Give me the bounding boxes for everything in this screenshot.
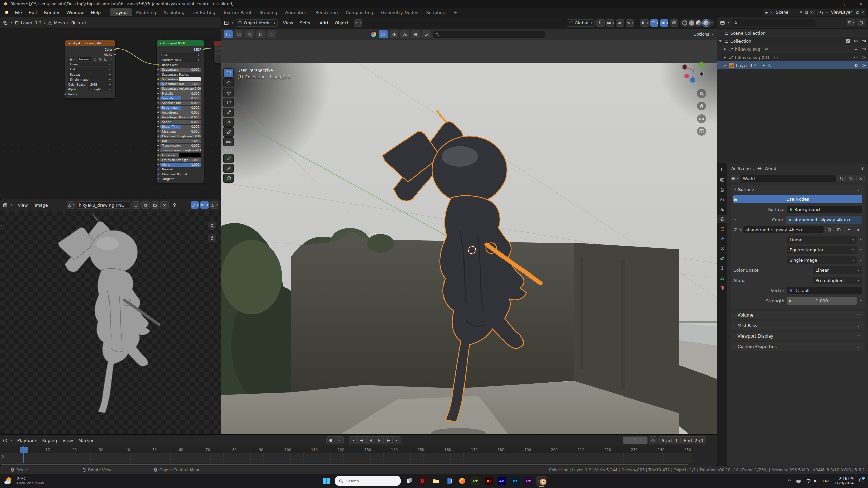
eye-icon[interactable] [854, 63, 858, 68]
after-effects[interactable]: Ae [497, 476, 507, 486]
clock[interactable]: 2:16 PM 1/29/2024 [835, 476, 854, 485]
weather-widget[interactable]: -20°C В осн. солнечно [0, 476, 44, 485]
play-button[interactable] [375, 436, 384, 444]
channel-expand-arrow[interactable]: ❯ [1, 454, 4, 458]
red-spiral-app-icon[interactable] [417, 476, 428, 486]
cursor-tool[interactable] [223, 78, 234, 87]
output[interactable] [717, 185, 727, 194]
workspace-tab[interactable]: Animation [281, 8, 311, 16]
copy-icon[interactable] [99, 58, 102, 61]
eye-icon[interactable] [854, 39, 858, 44]
move-tool[interactable] [223, 88, 234, 97]
image-name[interactable]: hikyaku_drawing.PNG [78, 57, 92, 61]
rotate-tool[interactable] [223, 98, 234, 107]
node-dropdown[interactable]: Single Image▾ [68, 77, 112, 82]
eye-closed-icon[interactable] [854, 55, 858, 60]
navigation-gizmo[interactable] [679, 56, 708, 85]
viewlayer-selector[interactable]: ▾ ViewLayer × [817, 9, 866, 16]
camera-view-icon[interactable] [697, 114, 706, 123]
measure-tool[interactable] [223, 137, 234, 146]
surface-shader-field[interactable]: Background [787, 206, 862, 214]
principled-bsdf-node[interactable]: ▾Principled BSDF BSDF GGX▾Random Walk▾ [157, 40, 204, 183]
start-frame-field[interactable]: 1 [675, 438, 678, 443]
bsdf-input-row[interactable]: Roughness 0.500 [160, 105, 201, 110]
menu-item[interactable]: Select [296, 19, 316, 27]
expand-icon[interactable]: ▶ [724, 64, 727, 67]
menu-item[interactable]: Render [41, 8, 63, 16]
render-disabled-icon[interactable] [862, 55, 866, 60]
strength-slider[interactable]: 1.000 [787, 297, 857, 305]
annotate-tool[interactable] [223, 127, 234, 137]
menu-item[interactable]: Edit [25, 8, 41, 16]
environment-image-field[interactable]: abandoned_slipway_4k.exr [743, 226, 824, 233]
color-space-dropdown[interactable]: Linear▾ [813, 266, 862, 274]
fake-user-button[interactable] [132, 201, 140, 209]
scene-selector[interactable]: ▾ Scene × [763, 9, 815, 16]
workspace-tab[interactable]: Scripting [422, 8, 450, 16]
onedrive-cloud-icon[interactable] [795, 479, 802, 483]
bsdf-input-row[interactable]: Clearcoat 0.000 [160, 129, 201, 134]
bsdf-input-row[interactable]: IOR 1.450 [160, 139, 201, 143]
unlink-icon[interactable]: × [810, 10, 813, 15]
view-layer[interactable] [717, 195, 727, 204]
new-collection-button[interactable] [857, 19, 865, 26]
unlink-button[interactable]: × [160, 201, 169, 209]
scene[interactable] [717, 205, 727, 214]
bsdf-input-row[interactable]: Clearcoat Normal [160, 172, 201, 176]
open-folder-button[interactable] [844, 226, 852, 233]
source-dropdown[interactable]: Single Image▾ [787, 256, 857, 264]
start-button[interactable] [321, 476, 332, 486]
bsdf-input-row[interactable]: Anisotropic 0.000 [160, 110, 201, 115]
blender-taskbar-icon[interactable] [536, 476, 547, 486]
outliner-search-field[interactable] [732, 19, 816, 26]
task-view-button[interactable] [404, 476, 414, 486]
zoom-icon[interactable] [697, 89, 706, 98]
unlink-icon[interactable]: × [110, 58, 112, 61]
overlays-toggle[interactable]: ▾ [200, 201, 209, 209]
menu-item[interactable]: Window [63, 8, 87, 16]
blender-logo-icon[interactable] [3, 9, 9, 15]
workspace-tab[interactable]: Modeling [132, 8, 160, 16]
hidden-icons-chevron[interactable]: ^ [788, 479, 791, 484]
language-indicator[interactable]: ENG [823, 479, 831, 483]
menu-item[interactable]: Playback [15, 436, 40, 444]
open-image-button[interactable] [151, 201, 159, 209]
play-reverse-button[interactable] [366, 436, 375, 444]
workspace-tab[interactable]: + [450, 8, 461, 16]
jump-to-end-button[interactable] [393, 436, 401, 444]
object-type-visibility-dropdown[interactable]: ▾ [354, 19, 362, 27]
pin-icon[interactable] [860, 166, 865, 171]
expand-icon[interactable]: ▶ [724, 47, 727, 51]
workspace-tab[interactable]: UV Editing [189, 8, 219, 16]
tool[interactable] [717, 165, 727, 174]
collapsed-panel[interactable]: ›Custom Properties:::: [731, 342, 865, 351]
eye-closed-icon[interactable] [854, 47, 858, 52]
render-disabled-icon[interactable] [862, 47, 866, 52]
image-texture-node[interactable]: ▾hikyaku_drawing.PNG Color Alpha ▾ hikya… [65, 40, 115, 99]
workspace-tab[interactable]: Texture Paint [219, 8, 255, 16]
menu-item[interactable]: View [15, 201, 32, 209]
bsdf-input-row[interactable]: Transmission Roughness 0.000 [160, 148, 201, 152]
brush-icon[interactable] [422, 30, 431, 38]
outliner-row-collection[interactable]: ▼ Collection ✓ [717, 37, 868, 45]
overlays-toggle[interactable]: ▾ [660, 19, 668, 27]
viewport-search-field[interactable] [433, 30, 545, 38]
world-browse-button[interactable]: ▾ [731, 175, 739, 182]
world[interactable] [717, 215, 727, 223]
viewport-toggle-2[interactable] [390, 30, 398, 38]
material-preview-sphere-icon[interactable] [371, 31, 377, 37]
pan-hand-icon[interactable] [697, 102, 706, 110]
workspace-tab[interactable]: Shading [256, 8, 281, 16]
copy-button[interactable] [847, 175, 855, 182]
taskbar-search[interactable]: Search [335, 476, 401, 486]
object-data[interactable] [717, 273, 727, 282]
bsdf-input-row[interactable]: Anisotropic Rotation 0.000 [160, 115, 201, 119]
rendered-shading-button[interactable] [703, 20, 709, 26]
auto-keying-toggle[interactable] [326, 436, 335, 444]
menu-item[interactable]: View [60, 436, 76, 444]
outliner-row-hikayku-svg-001[interactable]: ▶ hikayku.svg.001 [717, 53, 868, 61]
menu-item[interactable]: View [280, 19, 297, 27]
gizmo-toggle[interactable]: ▾ [191, 201, 199, 209]
rendered-scene[interactable]: User Perspective (1) Collection | Layer_… [221, 40, 717, 435]
copy-button[interactable] [141, 201, 150, 209]
